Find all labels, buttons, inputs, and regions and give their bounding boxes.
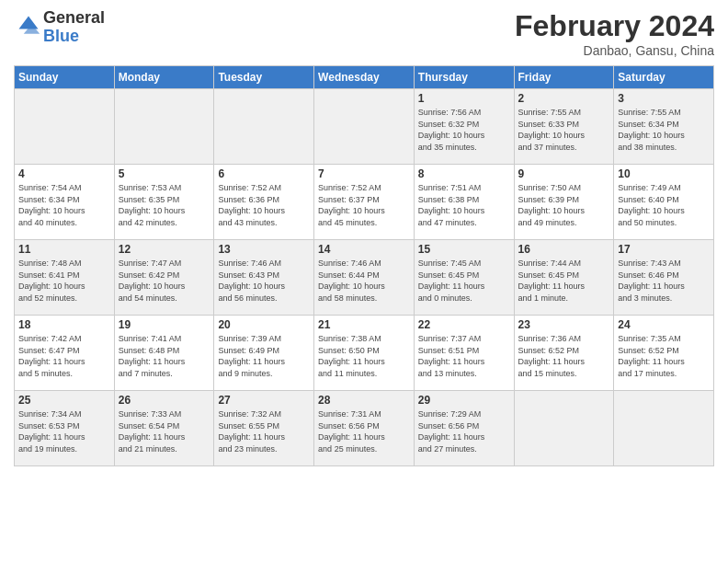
table-row xyxy=(214,89,314,165)
day-number: 26 xyxy=(119,394,210,407)
calendar-table: Sunday Monday Tuesday Wednesday Thursday… xyxy=(14,65,714,466)
day-info: Sunrise: 7:48 AMSunset: 6:41 PMDaylight:… xyxy=(18,258,110,304)
day-info: Sunrise: 7:34 AMSunset: 6:53 PMDaylight:… xyxy=(18,408,110,454)
logo-icon xyxy=(16,13,41,39)
day-number: 13 xyxy=(218,243,310,256)
day-info: Sunrise: 7:38 AMSunset: 6:50 PMDaylight:… xyxy=(318,333,410,379)
day-info: Sunrise: 7:46 AMSunset: 6:44 PMDaylight:… xyxy=(318,258,410,304)
table-row: 22Sunrise: 7:37 AMSunset: 6:51 PMDayligh… xyxy=(414,316,514,391)
svg-marker-0 xyxy=(19,16,39,29)
location-subtitle: Danbao, Gansu, China xyxy=(515,43,714,58)
day-number: 18 xyxy=(18,318,110,331)
day-number: 24 xyxy=(618,318,710,331)
day-info: Sunrise: 7:51 AMSunset: 6:38 PMDaylight:… xyxy=(418,182,510,228)
table-row: 27Sunrise: 7:32 AMSunset: 6:55 PMDayligh… xyxy=(214,391,314,466)
day-info: Sunrise: 7:45 AMSunset: 6:45 PMDaylight:… xyxy=(418,258,510,304)
table-row: 11Sunrise: 7:48 AMSunset: 6:41 PMDayligh… xyxy=(15,240,115,316)
table-row: 19Sunrise: 7:41 AMSunset: 6:48 PMDayligh… xyxy=(114,316,214,391)
table-row: 23Sunrise: 7:36 AMSunset: 6:52 PMDayligh… xyxy=(514,316,614,391)
day-info: Sunrise: 7:55 AMSunset: 6:33 PMDaylight:… xyxy=(518,107,610,153)
month-year-title: February 2024 xyxy=(515,9,714,43)
table-row: 15Sunrise: 7:45 AMSunset: 6:45 PMDayligh… xyxy=(414,240,514,316)
day-info: Sunrise: 7:46 AMSunset: 6:43 PMDaylight:… xyxy=(218,258,310,304)
table-row: 10Sunrise: 7:49 AMSunset: 6:40 PMDayligh… xyxy=(614,165,714,240)
header-sunday: Sunday xyxy=(15,66,115,89)
day-number: 9 xyxy=(518,167,610,180)
calendar-week-row: 4Sunrise: 7:54 AMSunset: 6:34 PMDaylight… xyxy=(15,165,714,240)
table-row: 4Sunrise: 7:54 AMSunset: 6:34 PMDaylight… xyxy=(15,165,115,240)
table-row: 3Sunrise: 7:55 AMSunset: 6:34 PMDaylight… xyxy=(614,89,714,165)
table-row: 5Sunrise: 7:53 AMSunset: 6:35 PMDaylight… xyxy=(114,165,214,240)
table-row: 12Sunrise: 7:47 AMSunset: 6:42 PMDayligh… xyxy=(114,240,214,316)
table-row: 6Sunrise: 7:52 AMSunset: 6:36 PMDaylight… xyxy=(214,165,314,240)
day-number: 17 xyxy=(618,243,710,256)
table-row: 16Sunrise: 7:44 AMSunset: 6:45 PMDayligh… xyxy=(514,240,614,316)
day-number: 23 xyxy=(518,318,610,331)
table-row: 14Sunrise: 7:46 AMSunset: 6:44 PMDayligh… xyxy=(314,240,415,316)
table-row: 17Sunrise: 7:43 AMSunset: 6:46 PMDayligh… xyxy=(614,240,714,316)
calendar-week-row: 11Sunrise: 7:48 AMSunset: 6:41 PMDayligh… xyxy=(15,240,714,316)
day-number: 28 xyxy=(318,394,410,407)
day-info: Sunrise: 7:50 AMSunset: 6:39 PMDaylight:… xyxy=(518,182,610,228)
day-number: 29 xyxy=(418,394,510,407)
day-info: Sunrise: 7:47 AMSunset: 6:42 PMDaylight:… xyxy=(119,258,210,304)
day-number: 6 xyxy=(218,167,310,180)
day-info: Sunrise: 7:35 AMSunset: 6:52 PMDaylight:… xyxy=(618,333,710,379)
day-info: Sunrise: 7:49 AMSunset: 6:40 PMDaylight:… xyxy=(618,182,710,228)
day-number: 25 xyxy=(18,394,110,407)
table-row: 29Sunrise: 7:29 AMSunset: 6:56 PMDayligh… xyxy=(414,391,514,466)
day-number: 5 xyxy=(119,167,210,180)
table-row: 20Sunrise: 7:39 AMSunset: 6:49 PMDayligh… xyxy=(214,316,314,391)
table-row: 28Sunrise: 7:31 AMSunset: 6:56 PMDayligh… xyxy=(314,391,415,466)
day-info: Sunrise: 7:33 AMSunset: 6:54 PMDaylight:… xyxy=(119,408,210,454)
header-friday: Friday xyxy=(514,66,614,89)
day-info: Sunrise: 7:53 AMSunset: 6:35 PMDaylight:… xyxy=(119,182,210,228)
table-row xyxy=(514,391,614,466)
header-saturday: Saturday xyxy=(614,66,714,89)
table-row: 1Sunrise: 7:56 AMSunset: 6:32 PMDaylight… xyxy=(414,89,514,165)
header-monday: Monday xyxy=(114,66,214,89)
table-row: 2Sunrise: 7:55 AMSunset: 6:33 PMDaylight… xyxy=(514,89,614,165)
header-wednesday: Wednesday xyxy=(314,66,415,89)
day-info: Sunrise: 7:29 AMSunset: 6:56 PMDaylight:… xyxy=(418,408,510,454)
day-info: Sunrise: 7:31 AMSunset: 6:56 PMDaylight:… xyxy=(318,408,410,454)
day-number: 3 xyxy=(618,92,710,105)
table-row: 9Sunrise: 7:50 AMSunset: 6:39 PMDaylight… xyxy=(514,165,614,240)
day-info: Sunrise: 7:41 AMSunset: 6:48 PMDaylight:… xyxy=(119,333,210,379)
day-number: 19 xyxy=(119,318,210,331)
day-info: Sunrise: 7:43 AMSunset: 6:46 PMDaylight:… xyxy=(618,258,710,304)
table-row xyxy=(614,391,714,466)
day-number: 11 xyxy=(18,243,110,256)
calendar-week-row: 18Sunrise: 7:42 AMSunset: 6:47 PMDayligh… xyxy=(15,316,714,391)
day-info: Sunrise: 7:44 AMSunset: 6:45 PMDaylight:… xyxy=(518,258,610,304)
day-info: Sunrise: 7:37 AMSunset: 6:51 PMDaylight:… xyxy=(418,333,510,379)
day-number: 21 xyxy=(318,318,410,331)
day-info: Sunrise: 7:54 AMSunset: 6:34 PMDaylight:… xyxy=(18,182,110,228)
day-number: 10 xyxy=(618,167,710,180)
table-row xyxy=(314,89,415,165)
day-number: 15 xyxy=(418,243,510,256)
table-row xyxy=(114,89,214,165)
day-number: 1 xyxy=(418,92,510,105)
logo-text: GeneralBlue xyxy=(43,9,105,46)
page-header: GeneralBlue February 2024 Danbao, Gansu,… xyxy=(14,9,714,58)
day-number: 27 xyxy=(218,394,310,407)
day-info: Sunrise: 7:55 AMSunset: 6:34 PMDaylight:… xyxy=(618,107,710,153)
calendar-header-row: Sunday Monday Tuesday Wednesday Thursday… xyxy=(15,66,714,89)
table-row xyxy=(15,89,115,165)
day-info: Sunrise: 7:39 AMSunset: 6:49 PMDaylight:… xyxy=(218,333,310,379)
main-container: GeneralBlue February 2024 Danbao, Gansu,… xyxy=(0,0,728,476)
table-row: 24Sunrise: 7:35 AMSunset: 6:52 PMDayligh… xyxy=(614,316,714,391)
day-number: 7 xyxy=(318,167,410,180)
day-info: Sunrise: 7:52 AMSunset: 6:36 PMDaylight:… xyxy=(218,182,310,228)
table-row: 13Sunrise: 7:46 AMSunset: 6:43 PMDayligh… xyxy=(214,240,314,316)
table-row: 25Sunrise: 7:34 AMSunset: 6:53 PMDayligh… xyxy=(15,391,115,466)
day-number: 14 xyxy=(318,243,410,256)
day-info: Sunrise: 7:52 AMSunset: 6:37 PMDaylight:… xyxy=(318,182,410,228)
logo: GeneralBlue xyxy=(14,9,105,46)
header-tuesday: Tuesday xyxy=(214,66,314,89)
day-number: 22 xyxy=(418,318,510,331)
table-row: 8Sunrise: 7:51 AMSunset: 6:38 PMDaylight… xyxy=(414,165,514,240)
title-block: February 2024 Danbao, Gansu, China xyxy=(515,9,714,58)
header-thursday: Thursday xyxy=(414,66,514,89)
